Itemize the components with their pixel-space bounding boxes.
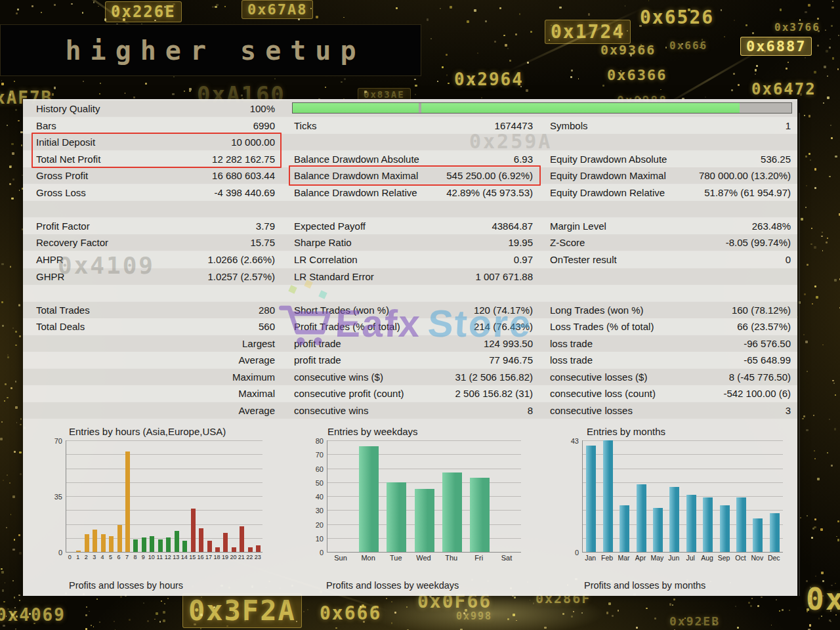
background-dot	[18, 120, 19, 121]
background-dot	[832, 57, 835, 60]
background-dot	[669, 603, 672, 606]
gridline	[583, 482, 783, 483]
background-dot	[11, 198, 13, 200]
chart-entries-by-weekdays: Entries by weekdays80706050403020100SunM…	[298, 426, 521, 565]
x-axis-tick-label: 3	[90, 554, 98, 560]
background-dot	[96, 598, 98, 600]
x-axis-tick-label: 2	[82, 554, 91, 560]
metric-value: 263.48%	[752, 218, 791, 234]
background-dot	[606, 612, 609, 614]
bar-3	[93, 530, 97, 552]
gridline	[66, 496, 262, 497]
x-axis-tick-label: 10	[148, 554, 156, 560]
metric-label: Gross Loss	[36, 184, 86, 201]
metric-label: consecutive losses ($)	[550, 369, 647, 385]
background-dot	[3, 625, 5, 627]
x-axis-tick-label: 5	[106, 554, 115, 560]
background-dot	[159, 621, 161, 622]
background-dot	[832, 1, 833, 2]
background-dot	[2, 325, 4, 327]
background-dot	[335, 627, 337, 629]
metric-value: 0.97	[514, 251, 533, 268]
x-axis-tick-label: Wed	[410, 554, 437, 562]
report-row	[23, 201, 797, 217]
background-dot	[10, 266, 12, 268]
background-dot	[485, 20, 487, 22]
background-dot	[811, 228, 812, 229]
x-axis-labels: JanFebMarAprMayJunJulAugSepOctNovDec	[582, 553, 783, 564]
background-dot	[833, 383, 835, 384]
background-dot	[823, 102, 824, 104]
bar-Fri	[470, 478, 490, 552]
y-axis-tick-label: 35	[54, 493, 62, 501]
metric-label: Equity Drawdown Absolute	[550, 151, 667, 167]
bar-23	[256, 545, 261, 552]
background-hex-code: 0x6887	[740, 37, 812, 56]
background-dot	[808, 115, 810, 117]
x-axis-tick-label: Feb	[598, 554, 615, 562]
background-dot	[627, 30, 628, 32]
background-dot	[91, 625, 92, 626]
background-dot	[509, 60, 511, 62]
background-dot	[507, 48, 509, 49]
background-dot	[660, 89, 662, 91]
x-axis-tick-label: Sat	[493, 554, 520, 562]
background-dot	[837, 68, 839, 70]
gridline	[66, 524, 262, 525]
background-dot	[814, 450, 815, 452]
background-dot	[814, 187, 816, 189]
background-dot	[15, 331, 17, 333]
background-dot	[213, 606, 215, 608]
metric-value: 1 007 671.88	[475, 268, 533, 285]
x-axis-tick-label: Sun	[327, 554, 354, 562]
background-dot	[608, 602, 611, 605]
background-dot	[499, 7, 501, 9]
y-axis-labels: 430	[557, 440, 582, 552]
background-dot	[835, 156, 837, 158]
metric-value: -4 398 440.69	[214, 184, 275, 201]
background-dot	[226, 625, 228, 627]
background-dot	[758, 45, 759, 47]
background-dot	[812, 303, 813, 304]
x-axis-tick-label: Dec	[766, 554, 782, 562]
background-dot	[1, 301, 3, 303]
bar-17	[207, 541, 212, 552]
background-dot	[93, 1, 94, 3]
background-dot	[665, 47, 667, 48]
page-title: higher setup	[56, 35, 366, 66]
background-dot	[804, 293, 805, 295]
background-dot	[800, 93, 802, 95]
background-dot	[755, 69, 757, 71]
metric-label: LR Correlation	[294, 251, 358, 268]
background-dot	[156, 612, 158, 615]
bar-5	[109, 536, 114, 552]
report-row: Maximalconsecutive profit (count)2 506 1…	[23, 385, 797, 402]
background-dot	[721, 9, 723, 11]
gridline	[327, 469, 521, 469]
background-hex-code: 0x226E	[105, 1, 182, 22]
background-dot	[805, 11, 807, 13]
background-dot	[734, 20, 735, 21]
plot-area	[66, 440, 262, 553]
metric-label: consecutive wins ($)	[294, 369, 383, 385]
background-dot	[814, 246, 816, 249]
bar-15	[191, 509, 196, 552]
background-dot	[515, 33, 517, 35]
x-axis-tick-label: Sep	[715, 554, 732, 562]
background-dot	[807, 611, 808, 612]
background-dot	[818, 618, 820, 620]
background-dot	[786, 68, 788, 70]
background-dot	[440, 8, 441, 9]
background-dot	[0, 438, 3, 440]
background-dot	[805, 57, 806, 58]
background-dot	[14, 539, 15, 540]
background-hex-code: 0x	[806, 581, 840, 617]
report-scrollbar[interactable]	[799, 113, 800, 596]
background-dot	[826, 242, 827, 243]
background-dot	[821, 616, 822, 617]
metric-label: Equity Drawdown Maximal	[550, 167, 666, 184]
background-dot	[93, 626, 94, 627]
background-dot	[14, 81, 15, 82]
metric-value: 8 (-45 776.50)	[729, 369, 791, 385]
metric-value: 51.87% (61 954.97)	[704, 184, 791, 201]
